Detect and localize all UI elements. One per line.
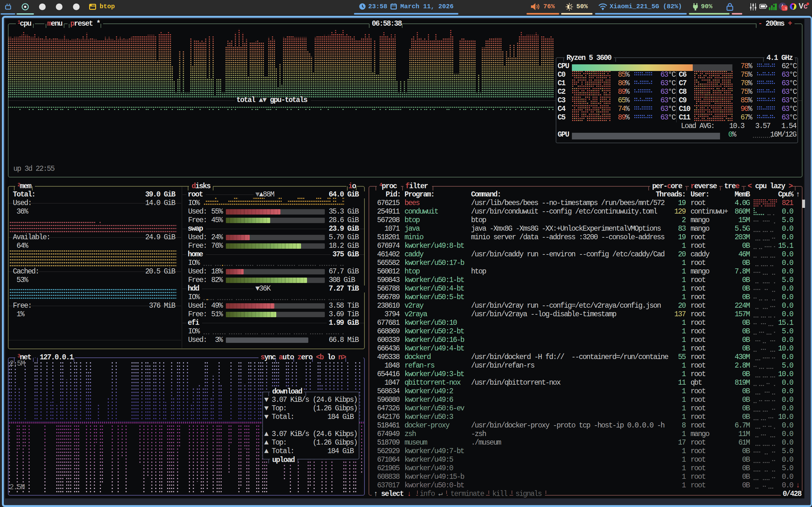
svg-text:..9: ..9 xyxy=(783,6,787,11)
